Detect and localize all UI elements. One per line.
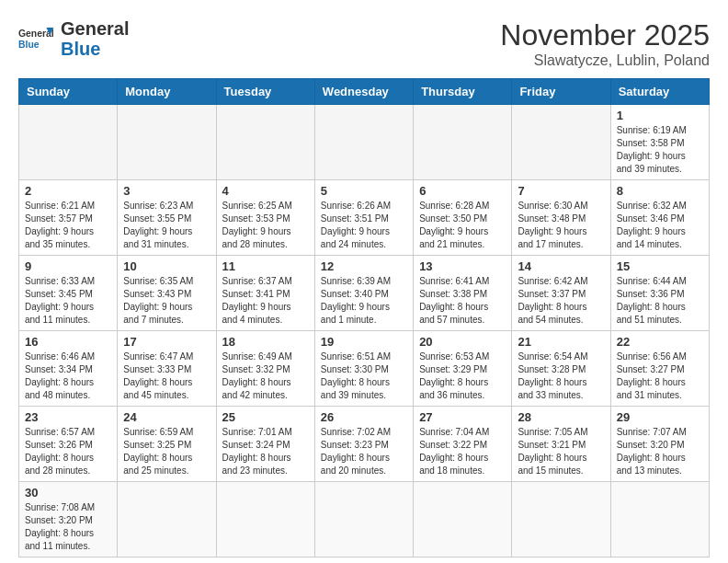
calendar-header-friday: Friday: [512, 79, 610, 105]
calendar-day-cell: [314, 482, 413, 557]
calendar-day-cell: [610, 482, 709, 557]
calendar-day-cell: 11Sunrise: 6:37 AM Sunset: 3:41 PM Dayli…: [216, 256, 314, 331]
location-subtitle: Slawatycze, Lublin, Poland: [500, 52, 710, 69]
day-number: 20: [419, 335, 506, 349]
calendar-day-cell: 2Sunrise: 6:21 AM Sunset: 3:57 PM Daylig…: [19, 180, 118, 256]
day-number: 9: [25, 259, 111, 273]
calendar-day-cell: 18Sunrise: 6:49 AM Sunset: 3:32 PM Dayli…: [216, 331, 314, 407]
calendar-week-row: 30Sunrise: 7:08 AM Sunset: 3:20 PM Dayli…: [19, 482, 710, 557]
day-number: 15: [617, 259, 703, 273]
calendar-day-cell: 24Sunrise: 6:59 AM Sunset: 3:25 PM Dayli…: [118, 407, 216, 482]
day-number: 3: [123, 184, 210, 198]
day-info: Sunrise: 6:47 AM Sunset: 3:33 PM Dayligh…: [123, 350, 210, 402]
calendar-header-thursday: Thursday: [414, 79, 512, 105]
day-info: Sunrise: 6:30 AM Sunset: 3:48 PM Dayligh…: [518, 200, 604, 251]
svg-text:Blue: Blue: [18, 40, 40, 50]
day-number: 23: [25, 410, 111, 424]
day-number: 13: [419, 259, 506, 273]
day-info: Sunrise: 6:23 AM Sunset: 3:55 PM Dayligh…: [123, 200, 210, 251]
day-number: 26: [321, 410, 407, 424]
calendar-day-cell: [19, 105, 118, 180]
logo-general-text: General: [61, 18, 129, 39]
day-info: Sunrise: 7:08 AM Sunset: 3:20 PM Dayligh…: [25, 501, 111, 553]
day-info: Sunrise: 6:49 AM Sunset: 3:32 PM Dayligh…: [222, 350, 309, 402]
day-info: Sunrise: 6:19 AM Sunset: 3:58 PM Dayligh…: [617, 124, 703, 176]
calendar-day-cell: 29Sunrise: 7:07 AM Sunset: 3:20 PM Dayli…: [610, 407, 709, 482]
day-info: Sunrise: 6:28 AM Sunset: 3:50 PM Dayligh…: [419, 200, 506, 251]
day-number: 18: [222, 335, 309, 349]
calendar-day-cell: 10Sunrise: 6:35 AM Sunset: 3:43 PM Dayli…: [118, 256, 216, 331]
day-info: Sunrise: 6:44 AM Sunset: 3:36 PM Dayligh…: [617, 275, 703, 327]
calendar-day-cell: 23Sunrise: 6:57 AM Sunset: 3:26 PM Dayli…: [19, 407, 118, 482]
day-info: Sunrise: 6:21 AM Sunset: 3:57 PM Dayligh…: [25, 200, 111, 251]
day-number: 1: [617, 109, 703, 122]
calendar-week-row: 9Sunrise: 6:33 AM Sunset: 3:45 PM Daylig…: [19, 256, 710, 331]
calendar-day-cell: [118, 105, 216, 180]
day-number: 4: [222, 184, 309, 198]
day-number: 6: [419, 184, 506, 198]
day-number: 7: [518, 184, 604, 198]
day-info: Sunrise: 7:01 AM Sunset: 3:24 PM Dayligh…: [222, 426, 309, 477]
day-info: Sunrise: 6:26 AM Sunset: 3:51 PM Dayligh…: [321, 200, 407, 251]
title-block: November 2025 Slawatycze, Lublin, Poland: [500, 18, 710, 69]
day-info: Sunrise: 7:04 AM Sunset: 3:22 PM Dayligh…: [419, 426, 506, 477]
calendar-day-cell: 8Sunrise: 6:32 AM Sunset: 3:46 PM Daylig…: [610, 180, 709, 256]
day-number: 10: [123, 259, 210, 273]
calendar-day-cell: 1Sunrise: 6:19 AM Sunset: 3:58 PM Daylig…: [610, 105, 709, 180]
day-number: 17: [123, 335, 210, 349]
day-info: Sunrise: 6:53 AM Sunset: 3:29 PM Dayligh…: [419, 350, 506, 402]
month-year-title: November 2025: [500, 18, 710, 52]
calendar-header-tuesday: Tuesday: [216, 79, 314, 105]
calendar-day-cell: 13Sunrise: 6:41 AM Sunset: 3:38 PM Dayli…: [414, 256, 512, 331]
day-number: 2: [25, 184, 111, 198]
calendar-header-wednesday: Wednesday: [314, 79, 413, 105]
day-info: Sunrise: 6:25 AM Sunset: 3:53 PM Dayligh…: [222, 200, 309, 251]
calendar-day-cell: 7Sunrise: 6:30 AM Sunset: 3:48 PM Daylig…: [512, 180, 610, 256]
calendar-day-cell: 6Sunrise: 6:28 AM Sunset: 3:50 PM Daylig…: [414, 180, 512, 256]
calendar-header-saturday: Saturday: [610, 79, 709, 105]
day-number: 8: [617, 184, 703, 198]
day-info: Sunrise: 7:07 AM Sunset: 3:20 PM Dayligh…: [617, 426, 703, 477]
day-number: 22: [617, 335, 703, 349]
day-number: 14: [518, 259, 604, 273]
day-info: Sunrise: 6:54 AM Sunset: 3:28 PM Dayligh…: [518, 350, 604, 402]
day-number: 30: [25, 486, 111, 500]
day-info: Sunrise: 7:02 AM Sunset: 3:23 PM Dayligh…: [321, 426, 407, 477]
calendar-day-cell: [216, 105, 314, 180]
day-number: 21: [518, 335, 604, 349]
calendar-day-cell: 16Sunrise: 6:46 AM Sunset: 3:34 PM Dayli…: [19, 331, 118, 407]
day-info: Sunrise: 6:39 AM Sunset: 3:40 PM Dayligh…: [321, 275, 407, 327]
logo: General Blue General Blue: [18, 18, 129, 59]
calendar-day-cell: [314, 105, 413, 180]
calendar-header-row: SundayMondayTuesdayWednesdayThursdayFrid…: [19, 79, 710, 105]
calendar-day-cell: 15Sunrise: 6:44 AM Sunset: 3:36 PM Dayli…: [610, 256, 709, 331]
calendar-day-cell: 20Sunrise: 6:53 AM Sunset: 3:29 PM Dayli…: [414, 331, 512, 407]
calendar-header-sunday: Sunday: [19, 79, 118, 105]
calendar-day-cell: 28Sunrise: 7:05 AM Sunset: 3:21 PM Dayli…: [512, 407, 610, 482]
calendar-day-cell: [512, 105, 610, 180]
calendar-day-cell: 26Sunrise: 7:02 AM Sunset: 3:23 PM Dayli…: [314, 407, 413, 482]
page-header: General Blue General Blue November 2025 …: [18, 18, 710, 69]
calendar-day-cell: 30Sunrise: 7:08 AM Sunset: 3:20 PM Dayli…: [19, 482, 118, 557]
calendar-day-cell: 17Sunrise: 6:47 AM Sunset: 3:33 PM Dayli…: [118, 331, 216, 407]
calendar-day-cell: [512, 482, 610, 557]
day-info: Sunrise: 6:42 AM Sunset: 3:37 PM Dayligh…: [518, 275, 604, 327]
day-number: 28: [518, 410, 604, 424]
day-info: Sunrise: 6:46 AM Sunset: 3:34 PM Dayligh…: [25, 350, 111, 402]
logo-blue-text: Blue: [61, 39, 129, 59]
day-number: 24: [123, 410, 210, 424]
calendar-header-monday: Monday: [118, 79, 216, 105]
calendar-day-cell: 19Sunrise: 6:51 AM Sunset: 3:30 PM Dayli…: [314, 331, 413, 407]
calendar-day-cell: 25Sunrise: 7:01 AM Sunset: 3:24 PM Dayli…: [216, 407, 314, 482]
calendar-day-cell: 27Sunrise: 7:04 AM Sunset: 3:22 PM Dayli…: [414, 407, 512, 482]
logo-icon: General Blue: [18, 20, 55, 57]
day-info: Sunrise: 6:35 AM Sunset: 3:43 PM Dayligh…: [123, 275, 210, 327]
day-info: Sunrise: 6:32 AM Sunset: 3:46 PM Dayligh…: [617, 200, 703, 251]
calendar-day-cell: 9Sunrise: 6:33 AM Sunset: 3:45 PM Daylig…: [19, 256, 118, 331]
day-number: 16: [25, 335, 111, 349]
day-number: 5: [321, 184, 407, 198]
calendar-day-cell: [414, 482, 512, 557]
day-number: 19: [321, 335, 407, 349]
day-info: Sunrise: 6:56 AM Sunset: 3:27 PM Dayligh…: [617, 350, 703, 402]
day-number: 27: [419, 410, 506, 424]
